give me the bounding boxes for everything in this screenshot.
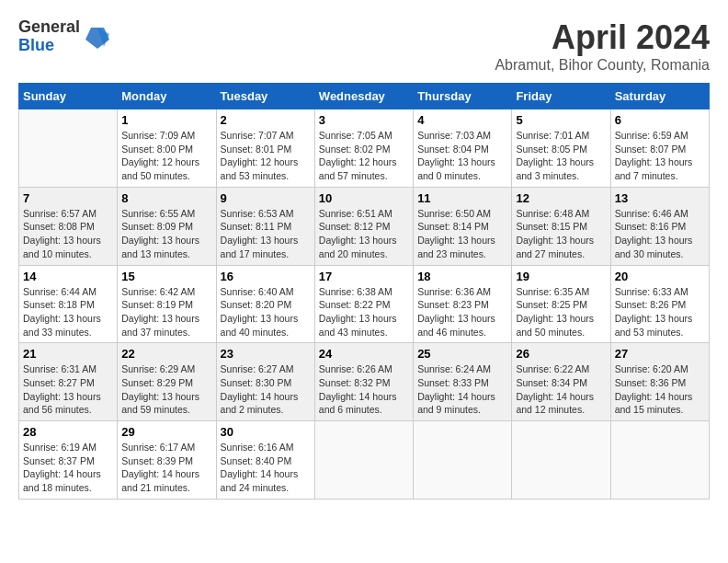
day-info: Sunrise: 6:50 AM Sunset: 8:14 PM Dayligh… [417,207,507,261]
calendar-cell: 15Sunrise: 6:42 AM Sunset: 8:19 PM Dayli… [118,265,216,343]
day-number: 21 [23,347,113,361]
calendar-cell: 17Sunrise: 6:38 AM Sunset: 8:22 PM Dayli… [314,265,413,343]
day-info: Sunrise: 6:48 AM Sunset: 8:15 PM Dayligh… [516,207,606,261]
day-info: Sunrise: 6:55 AM Sunset: 8:09 PM Dayligh… [121,207,211,261]
calendar-cell [19,109,118,188]
calendar-cell: 28Sunrise: 6:19 AM Sunset: 8:37 PM Dayli… [19,421,118,500]
day-info: Sunrise: 6:31 AM Sunset: 8:27 PM Dayligh… [23,362,113,417]
day-info: Sunrise: 7:01 AM Sunset: 8:05 PM Dayligh… [516,129,606,183]
calendar-cell [314,421,413,500]
day-number: 22 [121,347,211,361]
day-info: Sunrise: 6:38 AM Sunset: 8:22 PM Dayligh… [319,285,409,339]
calendar-cell: 29Sunrise: 6:17 AM Sunset: 8:39 PM Dayli… [118,421,216,500]
week-row-1: 1Sunrise: 7:09 AM Sunset: 8:00 PM Daylig… [19,109,710,188]
calendar-cell: 10Sunrise: 6:51 AM Sunset: 8:12 PM Dayli… [314,187,413,265]
logo-icon [84,23,111,51]
day-info: Sunrise: 6:35 AM Sunset: 8:25 PM Dayligh… [516,285,606,339]
day-info: Sunrise: 6:42 AM Sunset: 8:19 PM Dayligh… [121,285,211,339]
day-number: 4 [417,113,507,127]
day-number: 13 [615,191,705,205]
weekday-header-monday: Monday [118,84,216,109]
day-info: Sunrise: 6:33 AM Sunset: 8:26 PM Dayligh… [615,285,705,339]
calendar-cell: 26Sunrise: 6:22 AM Sunset: 8:34 PM Dayli… [512,343,610,421]
day-info: Sunrise: 6:29 AM Sunset: 8:29 PM Dayligh… [121,362,211,417]
day-number: 25 [417,347,507,361]
day-number: 19 [516,270,606,283]
calendar-cell [414,421,512,500]
day-info: Sunrise: 6:36 AM Sunset: 8:23 PM Dayligh… [417,285,507,339]
day-info: Sunrise: 6:59 AM Sunset: 8:07 PM Dayligh… [615,129,705,183]
calendar-cell: 2Sunrise: 7:07 AM Sunset: 8:01 PM Daylig… [216,109,314,188]
day-number: 2 [221,113,311,127]
calendar-cell: 12Sunrise: 6:48 AM Sunset: 8:15 PM Dayli… [512,187,610,265]
calendar-cell: 14Sunrise: 6:44 AM Sunset: 8:18 PM Dayli… [19,265,118,343]
day-info: Sunrise: 6:22 AM Sunset: 8:34 PM Dayligh… [516,362,606,417]
day-number: 1 [121,113,211,127]
day-number: 10 [319,191,409,205]
calendar-cell: 27Sunrise: 6:20 AM Sunset: 8:36 PM Dayli… [610,343,709,421]
day-number: 26 [516,347,606,361]
day-number: 17 [319,270,409,283]
day-info: Sunrise: 6:57 AM Sunset: 8:08 PM Dayligh… [23,207,113,261]
page-header: General Blue April 2024 Abramut, Bihor C… [18,18,710,74]
weekday-header-sunday: Sunday [19,84,118,109]
day-number: 14 [23,270,113,283]
day-number: 11 [417,191,507,205]
calendar-cell: 1Sunrise: 7:09 AM Sunset: 8:00 PM Daylig… [118,109,216,188]
weekday-header-friday: Friday [512,84,610,109]
logo-general: General [18,18,80,37]
day-info: Sunrise: 6:46 AM Sunset: 8:16 PM Dayligh… [615,207,705,261]
day-number: 30 [221,425,311,439]
day-number: 23 [221,347,311,361]
week-row-3: 14Sunrise: 6:44 AM Sunset: 8:18 PM Dayli… [19,265,710,343]
calendar-cell: 25Sunrise: 6:24 AM Sunset: 8:33 PM Dayli… [414,343,512,421]
day-number: 3 [319,113,409,127]
weekday-header-saturday: Saturday [610,84,709,109]
day-info: Sunrise: 7:03 AM Sunset: 8:04 PM Dayligh… [417,129,507,183]
calendar-cell: 11Sunrise: 6:50 AM Sunset: 8:14 PM Dayli… [414,187,512,265]
day-number: 27 [615,347,705,361]
week-row-5: 28Sunrise: 6:19 AM Sunset: 8:37 PM Dayli… [19,421,710,500]
calendar-cell: 4Sunrise: 7:03 AM Sunset: 8:04 PM Daylig… [414,109,512,188]
weekday-header-row: SundayMondayTuesdayWednesdayThursdayFrid… [19,84,710,109]
day-number: 24 [319,347,409,361]
day-info: Sunrise: 6:16 AM Sunset: 8:40 PM Dayligh… [221,441,311,495]
day-info: Sunrise: 6:26 AM Sunset: 8:32 PM Dayligh… [319,362,409,417]
calendar-cell: 7Sunrise: 6:57 AM Sunset: 8:08 PM Daylig… [19,187,118,265]
day-number: 29 [121,425,211,439]
calendar-subtitle: Abramut, Bihor County, Romania [495,57,710,74]
day-info: Sunrise: 7:05 AM Sunset: 8:02 PM Dayligh… [319,129,409,183]
logo: General Blue [18,18,111,55]
day-info: Sunrise: 6:44 AM Sunset: 8:18 PM Dayligh… [23,285,113,339]
logo-blue: Blue [18,37,80,55]
day-info: Sunrise: 6:53 AM Sunset: 8:11 PM Dayligh… [221,207,311,261]
day-info: Sunrise: 6:51 AM Sunset: 8:12 PM Dayligh… [319,207,409,261]
week-row-4: 21Sunrise: 6:31 AM Sunset: 8:27 PM Dayli… [19,343,710,421]
day-info: Sunrise: 6:20 AM Sunset: 8:36 PM Dayligh… [615,362,705,417]
day-number: 9 [221,191,311,205]
day-info: Sunrise: 6:40 AM Sunset: 8:20 PM Dayligh… [221,285,311,339]
day-info: Sunrise: 6:19 AM Sunset: 8:37 PM Dayligh… [23,441,113,495]
day-info: Sunrise: 6:24 AM Sunset: 8:33 PM Dayligh… [417,362,507,417]
calendar-cell [512,421,610,500]
day-info: Sunrise: 6:27 AM Sunset: 8:30 PM Dayligh… [221,362,311,417]
day-number: 28 [23,425,113,439]
week-row-2: 7Sunrise: 6:57 AM Sunset: 8:08 PM Daylig… [19,187,710,265]
calendar-cell: 8Sunrise: 6:55 AM Sunset: 8:09 PM Daylig… [118,187,216,265]
calendar-cell: 20Sunrise: 6:33 AM Sunset: 8:26 PM Dayli… [610,265,709,343]
day-info: Sunrise: 6:17 AM Sunset: 8:39 PM Dayligh… [121,441,211,495]
day-number: 18 [417,270,507,283]
day-number: 8 [121,191,211,205]
calendar-cell: 16Sunrise: 6:40 AM Sunset: 8:20 PM Dayli… [216,265,314,343]
weekday-header-tuesday: Tuesday [216,84,314,109]
calendar-cell: 3Sunrise: 7:05 AM Sunset: 8:02 PM Daylig… [314,109,413,188]
weekday-header-thursday: Thursday [414,84,512,109]
day-number: 16 [221,270,311,283]
day-number: 7 [23,191,113,205]
day-number: 12 [516,191,606,205]
calendar-cell: 22Sunrise: 6:29 AM Sunset: 8:29 PM Dayli… [118,343,216,421]
calendar-cell: 30Sunrise: 6:16 AM Sunset: 8:40 PM Dayli… [216,421,314,500]
calendar-cell: 18Sunrise: 6:36 AM Sunset: 8:23 PM Dayli… [414,265,512,343]
day-info: Sunrise: 7:09 AM Sunset: 8:00 PM Dayligh… [121,129,211,183]
day-number: 20 [615,270,705,283]
